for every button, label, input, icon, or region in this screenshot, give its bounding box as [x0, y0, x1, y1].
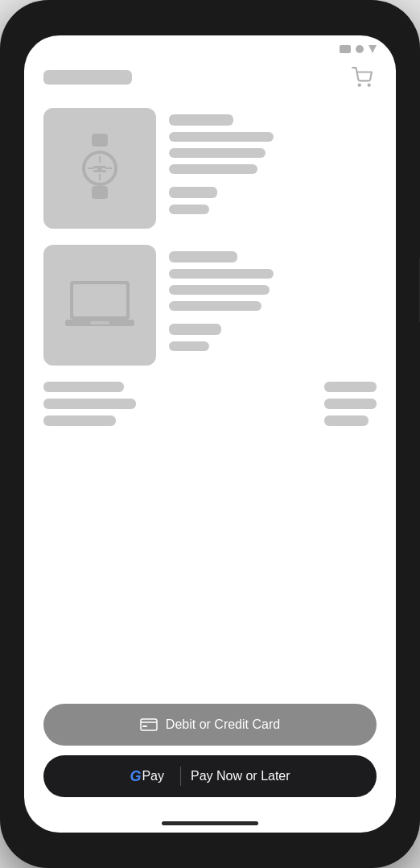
g-letter-blue: G: [130, 768, 140, 785]
home-bar: [162, 821, 258, 825]
svg-rect-10: [93, 166, 106, 168]
product-name-2: [169, 251, 237, 262]
status-icon-battery: [369, 45, 377, 53]
credit-card-icon: [140, 718, 158, 731]
summary-label-3: [43, 415, 116, 426]
summary-value-2: [324, 399, 377, 409]
status-icon-wifi: [356, 45, 364, 53]
product-qty-2: [169, 341, 209, 351]
home-indicator: [24, 813, 396, 833]
cart-icon[interactable]: [348, 63, 377, 92]
svg-rect-11: [93, 170, 106, 172]
status-bar: [24, 35, 396, 56]
product-desc-2a: [169, 269, 274, 279]
product-desc-1a: [169, 132, 274, 142]
phone-shell: Debit or Credit Card G Pay Pay Now or La…: [0, 0, 420, 868]
product-desc-1c: [169, 164, 257, 174]
debit-credit-button[interactable]: Debit or Credit Card: [43, 704, 377, 746]
product-qty-1: [169, 205, 209, 214]
product-item-laptop: [43, 245, 377, 366]
summary-label-2: [43, 399, 136, 409]
summary-right: [324, 382, 377, 426]
bottom-buttons: Debit or Credit Card G Pay Pay Now or La…: [24, 696, 396, 813]
gpay-button[interactable]: G Pay Pay Now or Later: [43, 755, 377, 797]
summary-left: [43, 382, 136, 426]
product-item-watch: [43, 108, 377, 229]
summary-value-3: [324, 415, 369, 426]
svg-rect-17: [141, 719, 157, 730]
svg-rect-19: [142, 725, 147, 727]
debit-button-label: Debit or Credit Card: [166, 717, 280, 732]
status-icon-signal: [340, 45, 351, 53]
product-image-watch: [43, 108, 156, 229]
summary-section: [43, 382, 377, 426]
product-desc-1b: [169, 148, 266, 158]
phone-screen: Debit or Credit Card G Pay Pay Now or La…: [24, 35, 396, 833]
product-desc-2c: [169, 301, 261, 311]
product-image-laptop: [43, 245, 156, 366]
content-area: [24, 56, 396, 696]
gpay-action-label: Pay Now or Later: [191, 769, 290, 783]
svg-point-0: [359, 85, 360, 86]
gpay-divider: [180, 767, 181, 786]
product-details-watch: [169, 108, 377, 229]
product-name-1: [169, 114, 233, 126]
svg-point-1: [369, 85, 370, 86]
product-price-1: [169, 187, 217, 198]
gpay-logo: G Pay: [130, 768, 164, 785]
product-desc-2b: [169, 285, 270, 295]
pay-label: Pay: [142, 769, 164, 783]
svg-rect-12: [92, 186, 108, 199]
svg-rect-14: [73, 284, 126, 316]
product-price-2: [169, 324, 221, 335]
product-details-laptop: [169, 245, 377, 366]
svg-rect-16: [90, 321, 109, 324]
summary-label-1: [43, 382, 124, 392]
summary-value-1: [324, 382, 377, 392]
svg-rect-2: [92, 134, 108, 147]
page-title-skeleton: [43, 70, 132, 85]
header-row: [43, 63, 377, 92]
